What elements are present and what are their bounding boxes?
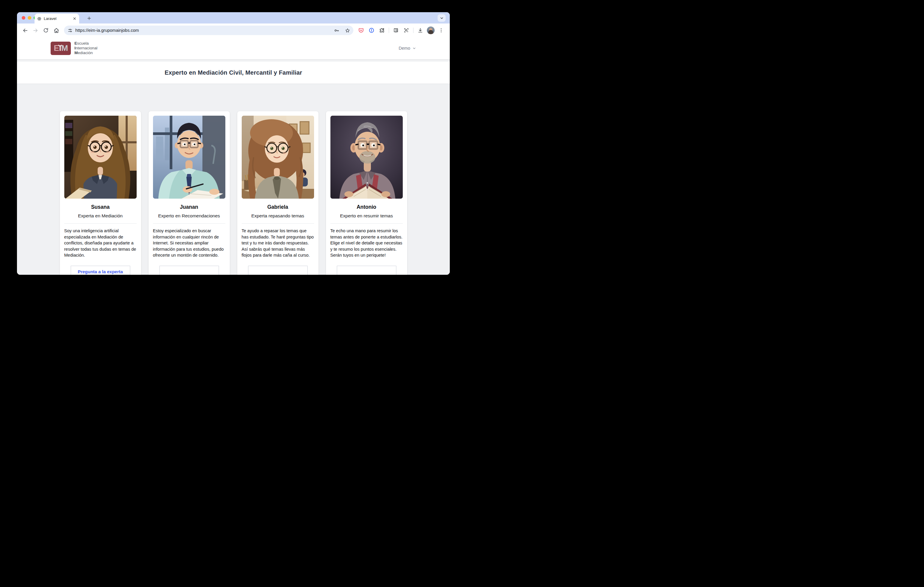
downloads-button[interactable] xyxy=(415,25,426,35)
gabriela-avatar-image xyxy=(242,116,314,199)
browser-window: Laravel xyxy=(17,12,450,275)
antonio-avatar-image xyxy=(330,116,403,199)
pocket-extension-button[interactable] xyxy=(356,25,366,35)
reload-button[interactable] xyxy=(41,25,51,35)
card-divider xyxy=(330,223,403,224)
card-divider xyxy=(153,223,225,224)
card-description: Estoy especializado en buscar informació… xyxy=(153,228,225,258)
new-tab-button[interactable] xyxy=(86,15,93,22)
juanan-avatar-image xyxy=(153,116,225,199)
address-bar[interactable]: https://eim-ia.grupomainjobs.com xyxy=(64,26,353,35)
profile-avatar[interactable] xyxy=(427,26,435,34)
key-icon xyxy=(334,28,339,33)
card-description: Te ayudo a repasar los temas que has est… xyxy=(242,228,314,258)
brand-line: Escuela xyxy=(74,41,97,46)
browser-tab-laravel[interactable]: Laravel xyxy=(35,14,79,23)
star-icon xyxy=(345,28,350,33)
kebab-menu-icon xyxy=(439,28,444,33)
card-name: Gabriela xyxy=(242,204,314,210)
download-icon xyxy=(417,27,423,33)
brand-line: Internacional xyxy=(74,46,97,51)
browser-menu-button[interactable] xyxy=(436,25,446,35)
home-button[interactable] xyxy=(51,25,61,35)
card-name: Susana xyxy=(64,204,137,210)
expert-card-juanan: Juanan Experto en Recomendaciones Estoy … xyxy=(148,111,230,275)
brand-line: Mediación xyxy=(74,51,97,55)
extensions-button[interactable] xyxy=(377,25,387,35)
page-title: Experto en Mediación Civil, Mercantil y … xyxy=(165,69,302,76)
close-window-button[interactable] xyxy=(22,16,25,20)
user-menu-demo[interactable]: Demo xyxy=(399,46,416,51)
ask-expert-button-gabriela[interactable] xyxy=(248,266,308,275)
chevron-down-icon xyxy=(412,46,416,50)
back-button[interactable] xyxy=(20,25,30,35)
card-divider xyxy=(242,223,314,224)
back-arrow-icon xyxy=(22,27,28,34)
password-manager-icon xyxy=(368,27,375,33)
ask-expert-button-antonio[interactable] xyxy=(337,266,396,275)
card-subtitle: Experta en Mediación xyxy=(64,213,137,219)
toolbar-divider xyxy=(413,28,414,33)
reload-icon xyxy=(43,27,49,33)
susana-avatar-image xyxy=(64,116,137,199)
card-description: Te echo una mano para resumir los temas … xyxy=(330,228,403,258)
expert-card-gabriela: Gabriela Experta repasando temas Te ayud… xyxy=(237,111,318,275)
forward-button[interactable] xyxy=(30,25,41,35)
page-heading-bar: Experto en Mediación Civil, Mercantil y … xyxy=(17,62,450,84)
url-text[interactable]: https://eim-ia.grupomainjobs.com xyxy=(75,28,330,33)
reading-list-book-icon xyxy=(393,27,399,33)
eim-logo[interactable]: EIM xyxy=(51,42,71,55)
card-subtitle: Experta repasando temas xyxy=(242,213,314,219)
home-icon xyxy=(53,27,59,34)
bookmark-button[interactable] xyxy=(343,26,351,35)
screenshot-button[interactable] xyxy=(401,25,411,35)
user-menu-label: Demo xyxy=(399,46,410,51)
screenshot-lens-icon xyxy=(403,27,409,33)
card-subtitle: Experto en resumir temas xyxy=(330,213,403,219)
tab-search-button[interactable] xyxy=(437,14,446,22)
card-description: Soy una inteligencia artificial especial… xyxy=(64,228,137,258)
tab-strip: Laravel xyxy=(17,12,450,23)
passwords-button[interactable] xyxy=(332,26,340,35)
plus-icon xyxy=(87,16,92,21)
screenshot-stage: Laravel xyxy=(0,0,462,294)
extensions-puzzle-icon xyxy=(379,27,385,33)
pocket-icon xyxy=(358,27,364,33)
logo-letter-i: I xyxy=(59,44,61,53)
chevron-down-icon xyxy=(440,16,444,20)
card-name: Juanan xyxy=(153,204,225,210)
browser-toolbar: https://eim-ia.grupomainjobs.com xyxy=(17,23,450,37)
page-content: EIM Escuela Internacional Mediación Demo… xyxy=(17,37,450,275)
globe-favicon-icon xyxy=(37,16,42,21)
password-manager-extension-button[interactable] xyxy=(366,25,376,35)
ask-expert-button-susana[interactable]: Pregunta a la experta xyxy=(71,266,130,275)
ask-expert-button-juanan[interactable] xyxy=(159,266,219,275)
card-name: Antonio xyxy=(330,204,403,210)
card-subtitle: Experto en Recomendaciones xyxy=(153,213,225,219)
card-divider xyxy=(64,223,137,224)
expert-cards-row: Susana Experta en Mediación Soy una inte… xyxy=(17,111,450,275)
reading-list-button[interactable] xyxy=(391,25,401,35)
tab-close-icon[interactable] xyxy=(72,16,77,21)
tab-title: Laravel xyxy=(44,16,70,21)
forward-arrow-icon xyxy=(33,27,39,34)
minimize-window-button[interactable] xyxy=(28,16,31,20)
brand-name: Escuela Internacional Mediación xyxy=(74,41,97,55)
logo-letter-m: M xyxy=(61,44,68,53)
site-header: EIM Escuela Internacional Mediación Demo xyxy=(17,37,450,59)
expert-card-susana: Susana Experta en Mediación Soy una inte… xyxy=(60,111,141,275)
toolbar-divider xyxy=(389,28,389,33)
site-info-icon[interactable] xyxy=(68,28,73,33)
expert-card-antonio: Antonio Experto en resumir temas Te echo… xyxy=(326,111,407,275)
